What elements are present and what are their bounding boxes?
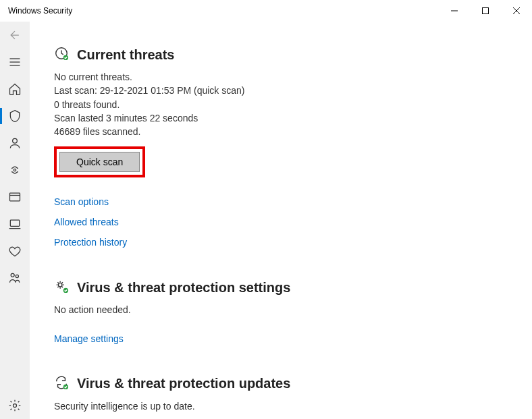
quick-scan-button[interactable]: Quick scan [59, 152, 140, 172]
threats-found: 0 threats found. [54, 98, 508, 111]
protection-history-link[interactable]: Protection history [54, 237, 508, 248]
window-title: Windows Security [8, 6, 72, 16]
settings-title: Virus & threat protection settings [77, 280, 290, 296]
nav-account-protection[interactable] [0, 130, 30, 157]
threats-duration: Scan lasted 3 minutes 22 seconds [54, 111, 508, 125]
threats-files: 46689 files scanned. [54, 125, 508, 138]
nav-device-performance[interactable] [0, 238, 30, 264]
sidebar [0, 22, 30, 419]
current-threats-section: Current threats No current threats. Last… [54, 46, 508, 248]
minimize-button[interactable] [439, 0, 470, 22]
close-button[interactable] [501, 0, 532, 22]
back-button[interactable] [0, 22, 30, 49]
main-content: Current threats No current threats. Last… [30, 22, 532, 419]
nav-virus-protection[interactable] [0, 103, 30, 130]
protection-updates-section: Virus & threat protection updates Securi… [54, 375, 508, 413]
allowed-threats-link[interactable]: Allowed threats [54, 217, 508, 227]
svg-point-8 [14, 169, 16, 171]
updates-section-icon [54, 375, 69, 393]
protection-settings-section: Virus & threat protection settings No ac… [54, 279, 508, 343]
threats-title: Current threats [77, 47, 174, 63]
svg-point-7 [13, 138, 18, 143]
svg-rect-11 [10, 220, 19, 226]
nav-settings[interactable] [0, 392, 30, 419]
threats-status: No current threats. [54, 70, 508, 84]
svg-rect-9 [10, 193, 20, 201]
nav-device-security[interactable] [0, 211, 30, 238]
menu-button[interactable] [0, 49, 30, 76]
scan-options-link[interactable]: Scan options [54, 196, 508, 207]
window-controls [439, 0, 532, 22]
settings-section-icon [54, 279, 69, 296]
maximize-button[interactable] [470, 0, 501, 22]
updates-status: Security intelligence is up to date. [54, 399, 508, 413]
threats-icon [54, 46, 69, 63]
nav-firewall[interactable] [0, 157, 30, 184]
settings-status: No action needed. [54, 303, 508, 316]
nav-family-options[interactable] [0, 264, 30, 291]
threats-last-scan: Last scan: 29-12-2021 01:53 PM (quick sc… [54, 84, 508, 97]
nav-app-browser-control[interactable] [0, 184, 30, 211]
svg-point-13 [11, 273, 14, 277]
svg-point-15 [14, 404, 17, 408]
titlebar: Windows Security [0, 0, 532, 22]
highlight-annotation: Quick scan [54, 146, 145, 177]
updates-title: Virus & threat protection updates [77, 376, 290, 391]
svg-point-14 [16, 275, 18, 277]
manage-settings-link[interactable]: Manage settings [54, 333, 508, 344]
svg-point-18 [58, 283, 62, 287]
svg-rect-1 [483, 8, 489, 14]
nav-home[interactable] [0, 76, 30, 103]
